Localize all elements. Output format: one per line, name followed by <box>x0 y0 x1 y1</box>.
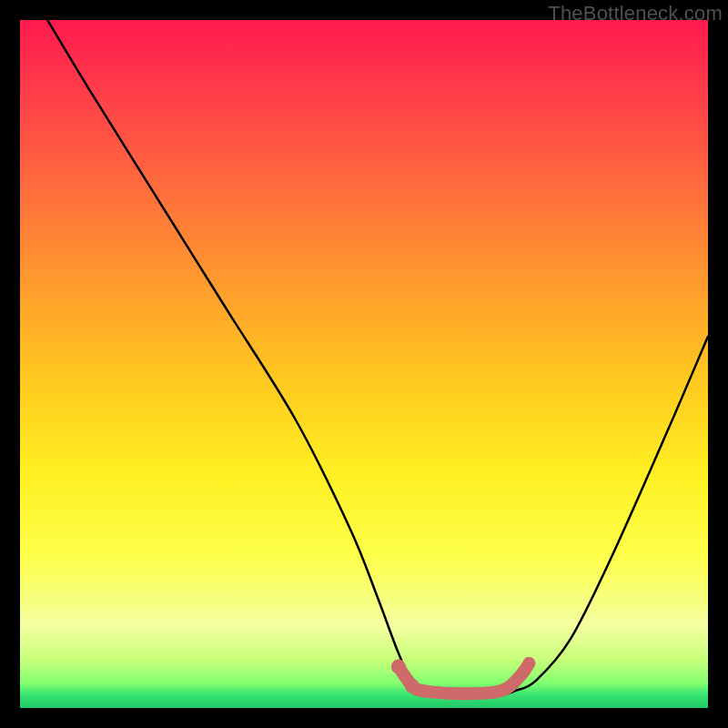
watermark-text: TheBottleneck.com <box>548 2 723 25</box>
chart-svg <box>20 20 708 708</box>
chart-frame <box>20 20 708 708</box>
optimal-band-dot <box>391 660 406 674</box>
bottleneck-curve <box>47 20 708 694</box>
optimal-band-dot <box>405 679 420 693</box>
